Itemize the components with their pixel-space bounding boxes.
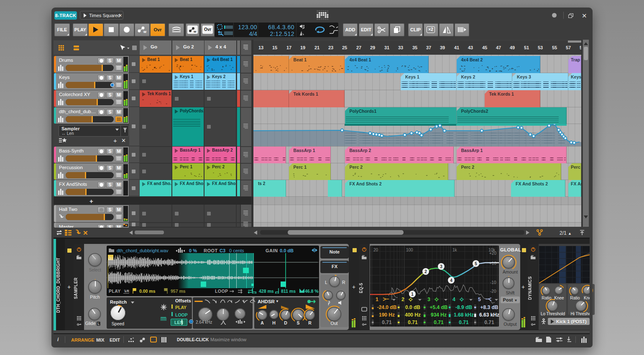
- svg-text:2: 2: [424, 269, 427, 274]
- svg-text:5: 5: [475, 261, 477, 266]
- svg-text:-20: -20: [490, 289, 496, 294]
- svg-text:4: 4: [450, 278, 452, 283]
- svg-text:20: 20: [373, 248, 378, 252]
- svg-text:100: 100: [406, 248, 413, 252]
- svg-text:3: 3: [440, 264, 442, 269]
- svg-text:w: w: [193, 30, 197, 33]
- svg-text:w: w: [143, 30, 147, 34]
- svg-text:+10: +10: [489, 261, 496, 266]
- svg-text:1k: 1k: [452, 248, 457, 252]
- svg-text:-10: -10: [490, 280, 496, 285]
- svg-text:+20: +20: [489, 251, 496, 256]
- svg-text:1: 1: [411, 292, 414, 297]
